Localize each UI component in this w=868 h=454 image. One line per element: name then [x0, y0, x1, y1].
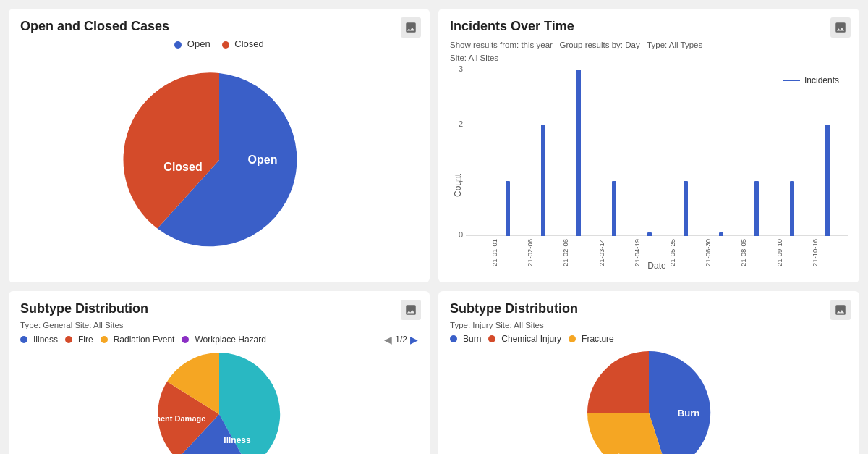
incidents-title: Incidents Over Time — [450, 19, 848, 34]
bars-area — [488, 70, 848, 236]
bar-group-6 — [704, 70, 738, 236]
subtype-general-pie: Equipment Damage Illness Fire — [20, 351, 418, 454]
bar-group-4 — [633, 70, 667, 236]
bar-1 — [541, 125, 545, 236]
bar-7 — [754, 181, 759, 236]
incidents-meta: Show results from: this year Group resul… — [450, 38, 848, 65]
injury-pie-svg: Burn Fracture — [533, 340, 765, 454]
incidents-bar-chart: Count Incidents 3 2 1 0 — [450, 70, 848, 272]
bar-group-8 — [775, 70, 809, 236]
next-page-arrow[interactable]: ▶ — [410, 334, 418, 345]
bar-3 — [612, 181, 616, 236]
chemical-dot — [488, 335, 495, 342]
x-axis-title: Date — [466, 261, 848, 271]
open-dot — [174, 41, 182, 49]
closed-pie-label: Closed — [163, 161, 202, 173]
open-closed-screenshot-icon[interactable] — [401, 17, 421, 38]
closed-dot — [222, 41, 229, 49]
bar-8 — [790, 181, 794, 236]
subtype-general-card: Subtype Distribution Type: General Site:… — [9, 291, 430, 454]
dashboard: Open and Closed Cases Open Closed — [0, 0, 868, 454]
subtype-injury-icon[interactable] — [830, 300, 851, 320]
bar-0 — [506, 181, 510, 236]
burn-label: Burn — [678, 408, 699, 419]
incidents-card: Incidents Over Time Show results from: t… — [438, 9, 859, 282]
legend-open: Open — [174, 38, 210, 49]
open-closed-pie-container: Closed Open — [20, 55, 418, 258]
bar-9 — [825, 125, 830, 236]
bar-group-7 — [739, 70, 773, 236]
bar-group-5 — [668, 70, 702, 236]
bar-2 — [576, 70, 581, 236]
subtype-general-icon[interactable] — [401, 300, 421, 320]
subtype-injury-title: Subtype Distribution — [450, 301, 848, 316]
burn-dot — [450, 335, 457, 342]
open-closed-card: Open and Closed Cases Open Closed — [9, 9, 430, 282]
bar-chart-inner: Incidents 3 2 1 0 — [466, 70, 848, 272]
bar-group-1 — [526, 70, 560, 236]
subtype-injury-card: Subtype Distribution Type: Injury Site: … — [438, 291, 859, 454]
legend-illness: Illness — [20, 335, 58, 345]
open-closed-pie-chart: Closed Open — [111, 59, 328, 254]
legend-burn: Burn — [450, 334, 481, 344]
open-closed-title: Open and Closed Cases — [20, 19, 418, 34]
bar-group-2 — [561, 70, 595, 236]
equip-label: Equipment Damage — [132, 414, 206, 423]
subtype-general-meta: Type: General Site: All Sites — [20, 321, 418, 329]
prev-page-arrow[interactable]: ◀ — [384, 334, 392, 345]
legend-closed: Closed — [222, 38, 264, 49]
fire-dot — [65, 336, 72, 343]
bar-group-0 — [490, 70, 524, 236]
illness-label: Illness — [224, 435, 251, 445]
bar-group-9 — [811, 70, 845, 236]
bar-5 — [684, 181, 688, 236]
general-pie-svg: Equipment Damage Illness Fire — [103, 342, 335, 454]
subtype-injury-pie: Burn Fracture — [450, 350, 848, 454]
page-indicator: 1/2 — [395, 335, 407, 345]
pagination-general: ◀ 1/2 ▶ — [384, 334, 418, 345]
open-closed-legend: Open Closed — [20, 38, 418, 49]
y-axis-label: Count — [450, 70, 466, 272]
bar-group-3 — [597, 70, 631, 236]
legend-fire: Fire — [65, 335, 93, 345]
open-pie-label: Open — [248, 154, 278, 166]
illness-dot — [20, 336, 27, 343]
subtype-injury-meta: Type: Injury Site: All Sites — [450, 321, 848, 329]
incidents-screenshot-icon[interactable] — [830, 17, 851, 38]
subtype-general-title: Subtype Distribution — [20, 301, 418, 316]
fracture-label: Fracture — [597, 451, 635, 454]
